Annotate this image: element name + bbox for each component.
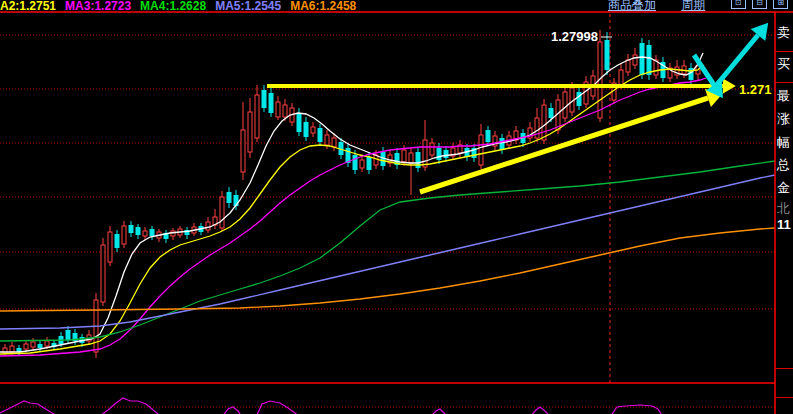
quote-row-volume: 总: [777, 158, 793, 172]
window-layout-3-icon[interactable]: ⊞: [773, 0, 788, 9]
high-price-label: 1.27998: [551, 29, 598, 44]
quote-row-gray: 北: [777, 202, 793, 216]
ma-legend-item-4: MA4:1.2628: [140, 0, 206, 12]
trading-chart-window: { "legend": { "items": [ {"label": "A2:1…: [0, 0, 793, 414]
top-bar: A2:1.2751MA3:1.2723MA4:1.2628MA5:1.2545M…: [0, 0, 793, 12]
quote-row-high: 最: [777, 89, 793, 103]
sub-indicator-line: [0, 398, 700, 414]
ma-legend-item-5: MA5:1.2545: [215, 0, 281, 12]
quote-panel: 卖 买 最 涨 幅 总 金 北 11: [776, 13, 793, 414]
panel-separator: [775, 368, 793, 369]
candlestick-chart: [0, 0, 793, 414]
window-layout-2-icon[interactable]: ⊟: [752, 0, 767, 9]
annotation-arrows: [267, 23, 768, 192]
period-link[interactable]: 周期: [681, 0, 705, 12]
quote-row-amount: 金: [777, 181, 793, 195]
panel-separator: [775, 82, 793, 83]
ma-legend-item-6: MA6:1.2458: [290, 0, 356, 12]
ma-line-MA4: [0, 161, 775, 341]
quote-row-buy: 买: [777, 57, 793, 71]
toolbar: 商品叠加 周期 ⊡ ⊟ ⊞: [608, 0, 791, 12]
window-layout-1-icon[interactable]: ⊡: [731, 0, 746, 9]
quote-row-sell: 卖: [777, 26, 793, 40]
quote-row-change: 涨: [777, 112, 793, 126]
gridlines: [0, 35, 775, 407]
quote-row-value: 11: [777, 218, 793, 232]
panel-separator: [775, 51, 793, 52]
level-price-label: 1.271: [739, 82, 772, 97]
ma-legend-item-3: MA3:1.2723: [65, 0, 131, 12]
quote-row-range: 幅: [777, 136, 793, 150]
panel-separator: [775, 397, 793, 398]
ma-legend-item-2: A2:1.2751: [0, 0, 56, 12]
ma-legend: A2:1.2751MA3:1.2723MA4:1.2628MA5:1.2545M…: [0, 0, 365, 12]
overlay-commodity-link[interactable]: 商品叠加: [608, 0, 656, 12]
